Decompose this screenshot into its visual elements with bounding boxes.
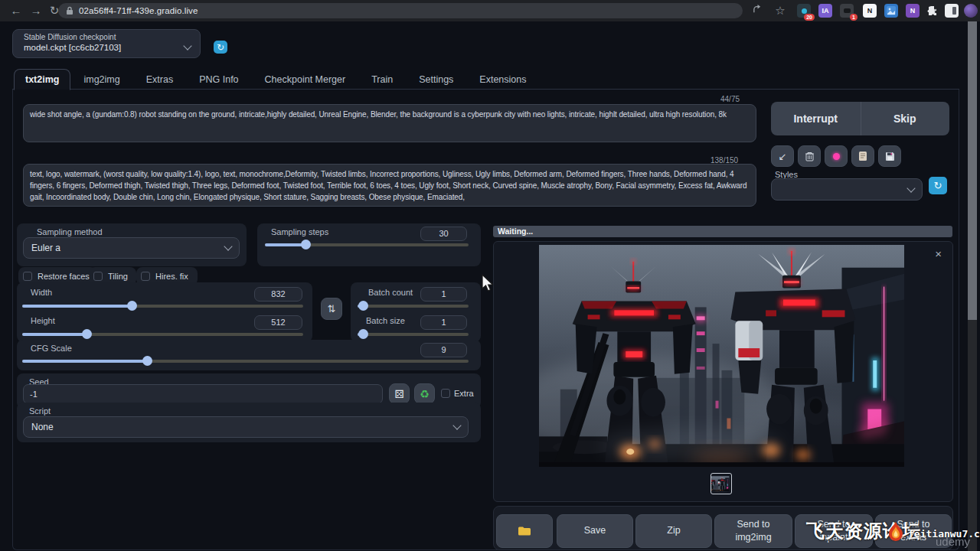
extension-icon-image[interactable] — [884, 4, 898, 18]
tab-txt2img[interactable]: txt2img — [14, 69, 70, 90]
checkpoint-value[interactable]: model.ckpt [cc6cb27103] — [24, 43, 121, 52]
checkpoint-label: Stable Diffusion checkpoint — [24, 33, 116, 41]
bookmark-star-icon[interactable]: ☆ — [772, 2, 789, 19]
interrupt-skip-group: Interrupt Skip — [771, 102, 949, 135]
random-seed-button[interactable]: ⚄ — [389, 383, 410, 404]
save-button[interactable]: Save — [557, 514, 633, 548]
checkpoint-refresh-button[interactable]: ↻ — [214, 41, 227, 54]
floppy-disk-icon — [885, 152, 895, 161]
share-icon[interactable] — [749, 2, 766, 19]
sampling-method-dropdown[interactable]: Euler a — [23, 237, 240, 259]
send-to-img2img-button[interactable]: Send to img2img — [714, 514, 792, 548]
extensions-puzzle-icon[interactable] — [926, 4, 939, 18]
skip-button[interactable]: Skip — [861, 102, 950, 135]
tiling-checkbox[interactable] — [93, 272, 103, 281]
swap-dimensions-button[interactable]: ⇅ — [321, 298, 342, 320]
generated-image[interactable] — [539, 244, 904, 468]
extension-badge: 1 — [850, 14, 858, 21]
sampling-method-value: Euler a — [31, 243, 60, 253]
sampling-steps-slider[interactable] — [265, 243, 469, 246]
reuse-seed-button[interactable]: ♻ — [414, 383, 435, 404]
url-text: 02a56ff4-71ff-439e.gradio.live — [79, 6, 198, 15]
extension-icon-teal-dot[interactable]: 20 — [797, 4, 811, 18]
address-bar[interactable]: 02a56ff4-71ff-439e.gradio.live — [58, 3, 743, 18]
tab-train[interactable]: Train — [358, 70, 406, 90]
restore-faces-checkbox[interactable] — [23, 272, 32, 281]
styles-dropdown[interactable] — [771, 178, 923, 201]
side-panel-icon[interactable] — [945, 4, 959, 18]
sampling-steps-label: Sampling steps — [271, 227, 328, 236]
folder-icon — [518, 526, 531, 536]
tab-checkpoint-merger[interactable]: Checkpoint Merger — [252, 70, 359, 90]
extension-icon-notion[interactable]: N — [863, 4, 877, 18]
output-gallery: × — [493, 241, 953, 502]
divider — [861, 102, 861, 135]
tab-settings[interactable]: Settings — [406, 70, 466, 90]
styles-refresh-button[interactable]: ↻ — [929, 177, 947, 194]
tiling-label: Tiling — [108, 272, 128, 281]
tab-extras[interactable]: Extras — [133, 70, 186, 90]
extension-icon-onenote[interactable]: N — [906, 4, 920, 18]
watermark-site: feitianwu7.com — [908, 528, 980, 540]
width-slider[interactable] — [22, 305, 303, 308]
profile-avatar[interactable] — [964, 4, 978, 18]
flame-icon — [886, 521, 906, 543]
negative-prompt-input[interactable]: text, logo, watermark, (worst quality, l… — [23, 164, 756, 207]
close-icon[interactable]: × — [935, 248, 942, 259]
trash-icon — [805, 152, 815, 161]
extension-icon-ia[interactable]: IA — [818, 4, 832, 18]
paste-arrow-icon: ↙ — [779, 151, 787, 162]
seed-extra-checkbox[interactable] — [441, 389, 450, 398]
forward-icon[interactable]: → — [28, 2, 44, 19]
height-label: Height — [31, 316, 55, 325]
cfg-scale-input[interactable]: 9 — [420, 343, 467, 357]
gallery-thumbnail[interactable] — [710, 473, 732, 494]
zip-button[interactable]: Zip — [635, 514, 712, 548]
seed-extra-label: Extra — [454, 389, 474, 398]
checkpoint-block: Stable Diffusion checkpoint model.ckpt [… — [12, 29, 201, 58]
tab-extensions[interactable]: Extensions — [466, 70, 539, 90]
batch-size-slider[interactable] — [358, 333, 469, 336]
script-value: None — [31, 422, 54, 432]
tab-png-info[interactable]: PNG Info — [186, 70, 251, 90]
batch-count-slider[interactable] — [358, 305, 469, 308]
apply-style-button[interactable] — [851, 145, 874, 167]
clipboard-icon — [858, 151, 867, 161]
prompt-counter: 44/75 — [720, 95, 740, 103]
back-icon[interactable]: ← — [8, 2, 24, 19]
cfg-scale-slider[interactable] — [22, 360, 469, 363]
height-input[interactable]: 512 — [254, 315, 302, 330]
width-input[interactable]: 832 — [254, 287, 302, 302]
interrupt-button[interactable]: Interrupt — [771, 102, 861, 135]
dice-icon: ⚄ — [394, 388, 403, 400]
extra-networks-button[interactable] — [825, 145, 848, 167]
tab-img2img[interactable]: img2img — [70, 70, 132, 90]
script-dropdown[interactable]: None — [23, 416, 469, 438]
height-slider[interactable] — [22, 333, 303, 336]
open-folder-button[interactable] — [496, 514, 553, 548]
scrollbar-thumb[interactable] — [968, 21, 977, 320]
progress-status: Waiting... — [493, 226, 952, 237]
screen: ← → ↻ 02a56ff4-71ff-439e.gradio.live ☆ 2… — [0, 0, 980, 551]
width-label: Width — [31, 288, 52, 297]
prompt-input[interactable]: wide shot angle, a (gundam:0.8) robot st… — [23, 104, 756, 142]
hires-fix-checkbox[interactable] — [141, 272, 150, 281]
restore-faces-label: Restore faces — [38, 272, 90, 281]
sampling-steps-input[interactable]: 30 — [420, 227, 467, 241]
batch-count-input[interactable]: 1 — [420, 287, 467, 302]
batch-size-label: Batch size — [366, 316, 405, 325]
seed-input[interactable]: -1 — [23, 384, 383, 404]
chevron-down-icon — [906, 184, 915, 192]
extension-badge: 20 — [804, 14, 815, 21]
mouse-cursor — [481, 274, 496, 292]
save-style-button[interactable] — [878, 145, 901, 167]
clear-prompt-button[interactable] — [798, 145, 821, 167]
extension-icon-camera[interactable]: 1 — [840, 4, 854, 18]
sampling-method-label: Sampling method — [37, 227, 103, 236]
chevron-down-icon — [224, 242, 232, 250]
batch-count-label: Batch count — [368, 288, 413, 297]
batch-size-input[interactable]: 1 — [420, 315, 467, 330]
paste-params-button[interactable]: ↙ — [771, 145, 794, 167]
swap-icon: ⇅ — [328, 303, 336, 315]
chevron-down-icon — [183, 41, 191, 50]
